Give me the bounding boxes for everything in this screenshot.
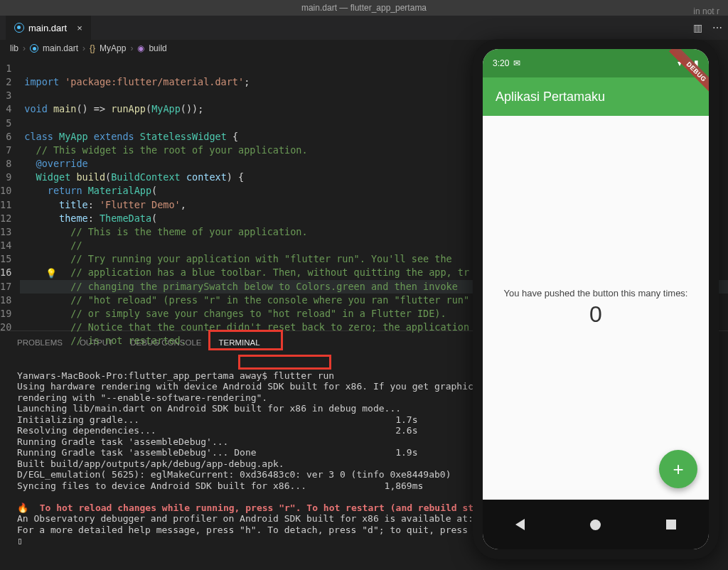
nav-back-icon[interactable] (515, 519, 525, 530)
crumb-class[interactable]: MyApp (100, 43, 126, 53)
plus-icon: + (673, 458, 683, 480)
android-emulator: 3:20 ✉ ▾ ◢ ▮ Aplikasi Pertamaku DEBUG Yo… (473, 39, 719, 559)
tab-terminal[interactable]: TERMINAL (219, 338, 260, 347)
app-title: Aplikasi Pertamaku (496, 90, 605, 104)
editor-tab-bar: main.dart × ▥ ⋯ (0, 16, 728, 41)
split-editor-icon[interactable]: ▥ (693, 22, 702, 33)
crumb-lib[interactable]: lib (10, 43, 18, 53)
tab-label: main.dart (28, 23, 67, 33)
clock: 3:20 (493, 58, 509, 68)
tab-main-dart[interactable]: main.dart × (6, 16, 91, 41)
nav-recents-icon[interactable] (666, 520, 676, 529)
android-nav-bar (483, 500, 709, 549)
lightbulb-icon[interactable]: 💡 (46, 267, 57, 280)
phone-screen[interactable]: 3:20 ✉ ▾ ◢ ▮ Aplikasi Pertamaku DEBUG Yo… (483, 49, 709, 549)
close-icon[interactable]: × (77, 23, 82, 33)
counter-value: 0 (589, 301, 602, 328)
counter-caption: You have pushed the button this many tim… (504, 288, 688, 299)
more-icon[interactable]: ⋯ (712, 22, 722, 33)
dart-file-icon (14, 23, 24, 33)
dart-file-icon (30, 44, 38, 53)
app-bar: Aplikasi Pertamaku (483, 77, 709, 116)
mail-icon: ✉ (513, 58, 520, 68)
fab-add-button[interactable]: + (659, 450, 697, 488)
app-body: You have pushed the button this many tim… (483, 116, 709, 500)
nav-home-icon[interactable] (590, 520, 601, 530)
truncated-text: in not r (693, 6, 719, 16)
crumb-method[interactable]: build (149, 43, 166, 53)
crumb-file[interactable]: main.dart (43, 43, 78, 53)
window-title: main.dart — flutter_app_pertama (0, 0, 728, 16)
